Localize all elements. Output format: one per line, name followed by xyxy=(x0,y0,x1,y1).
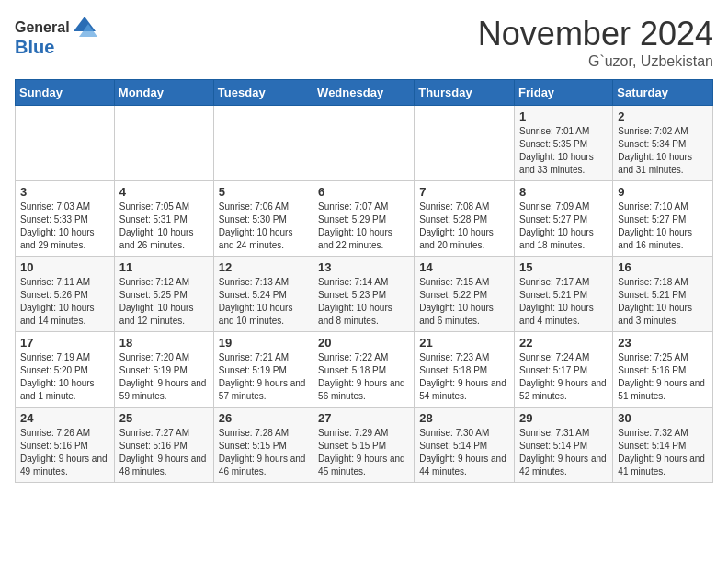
day-cell: 30Sunrise: 7:32 AM Sunset: 5:14 PM Dayli… xyxy=(613,408,713,483)
day-info: Sunrise: 7:31 AM Sunset: 5:14 PM Dayligh… xyxy=(519,427,608,478)
day-info: Sunrise: 7:18 AM Sunset: 5:21 PM Dayligh… xyxy=(618,276,708,327)
day-cell: 24Sunrise: 7:26 AM Sunset: 5:16 PM Dayli… xyxy=(16,408,115,483)
day-cell: 26Sunrise: 7:28 AM Sunset: 5:15 PM Dayli… xyxy=(213,408,313,483)
header: General Blue November 2024 G`uzor, Uzbek… xyxy=(15,15,713,70)
col-header-sunday: Sunday xyxy=(16,80,115,106)
day-info: Sunrise: 7:10 AM Sunset: 5:27 PM Dayligh… xyxy=(618,201,708,252)
day-cell: 22Sunrise: 7:24 AM Sunset: 5:17 PM Dayli… xyxy=(515,332,613,408)
day-cell: 15Sunrise: 7:17 AM Sunset: 5:21 PM Dayli… xyxy=(515,257,613,332)
day-number: 10 xyxy=(20,260,109,274)
day-cell: 9Sunrise: 7:10 AM Sunset: 5:27 PM Daylig… xyxy=(613,181,713,257)
day-cell: 16Sunrise: 7:18 AM Sunset: 5:21 PM Dayli… xyxy=(613,257,713,332)
logo-icon xyxy=(72,15,97,40)
day-cell: 23Sunrise: 7:25 AM Sunset: 5:16 PM Dayli… xyxy=(613,332,713,408)
day-cell: 17Sunrise: 7:19 AM Sunset: 5:20 PM Dayli… xyxy=(16,332,115,408)
day-info: Sunrise: 7:21 AM Sunset: 5:19 PM Dayligh… xyxy=(219,351,308,403)
day-info: Sunrise: 7:13 AM Sunset: 5:24 PM Dayligh… xyxy=(219,276,308,327)
day-cell: 25Sunrise: 7:27 AM Sunset: 5:16 PM Dayli… xyxy=(114,408,213,483)
day-cell: 14Sunrise: 7:15 AM Sunset: 5:22 PM Dayli… xyxy=(415,257,515,332)
day-info: Sunrise: 7:07 AM Sunset: 5:29 PM Dayligh… xyxy=(318,201,409,252)
col-header-thursday: Thursday xyxy=(415,80,515,106)
col-header-monday: Monday xyxy=(114,80,213,106)
day-number: 26 xyxy=(219,411,308,425)
day-info: Sunrise: 7:20 AM Sunset: 5:19 PM Dayligh… xyxy=(119,351,209,403)
day-number: 18 xyxy=(119,336,209,350)
day-cell: 8Sunrise: 7:09 AM Sunset: 5:27 PM Daylig… xyxy=(515,181,613,257)
day-number: 21 xyxy=(419,336,509,350)
day-number: 17 xyxy=(20,336,109,350)
title-location: G`uzor, Uzbekistan xyxy=(478,53,713,70)
day-cell: 4Sunrise: 7:05 AM Sunset: 5:31 PM Daylig… xyxy=(114,181,213,257)
day-info: Sunrise: 7:12 AM Sunset: 5:25 PM Dayligh… xyxy=(119,276,209,327)
day-number: 9 xyxy=(618,185,708,199)
day-cell: 2Sunrise: 7:02 AM Sunset: 5:34 PM Daylig… xyxy=(613,106,713,181)
day-info: Sunrise: 7:25 AM Sunset: 5:16 PM Dayligh… xyxy=(618,351,708,403)
day-info: Sunrise: 7:08 AM Sunset: 5:28 PM Dayligh… xyxy=(419,201,509,252)
day-info: Sunrise: 7:22 AM Sunset: 5:18 PM Dayligh… xyxy=(318,351,409,403)
week-row-3: 17Sunrise: 7:19 AM Sunset: 5:20 PM Dayli… xyxy=(16,332,713,408)
day-cell: 19Sunrise: 7:21 AM Sunset: 5:19 PM Dayli… xyxy=(213,332,313,408)
day-number: 22 xyxy=(519,336,608,350)
day-number: 20 xyxy=(318,336,409,350)
day-number: 12 xyxy=(219,260,308,274)
logo: General Blue xyxy=(15,15,97,58)
day-number: 1 xyxy=(519,109,608,123)
day-info: Sunrise: 7:19 AM Sunset: 5:20 PM Dayligh… xyxy=(20,351,109,403)
day-info: Sunrise: 7:26 AM Sunset: 5:16 PM Dayligh… xyxy=(20,427,109,478)
day-cell: 27Sunrise: 7:29 AM Sunset: 5:15 PM Dayli… xyxy=(313,408,415,483)
day-info: Sunrise: 7:15 AM Sunset: 5:22 PM Dayligh… xyxy=(419,276,509,327)
title-month: November 2024 xyxy=(478,15,713,53)
day-cell xyxy=(16,106,115,181)
day-info: Sunrise: 7:32 AM Sunset: 5:14 PM Dayligh… xyxy=(618,427,708,478)
col-header-tuesday: Tuesday xyxy=(213,80,313,106)
day-info: Sunrise: 7:11 AM Sunset: 5:26 PM Dayligh… xyxy=(20,276,109,327)
day-number: 25 xyxy=(119,411,209,425)
day-number: 30 xyxy=(618,411,708,425)
day-cell: 29Sunrise: 7:31 AM Sunset: 5:14 PM Dayli… xyxy=(515,408,613,483)
week-row-0: 1Sunrise: 7:01 AM Sunset: 5:35 PM Daylig… xyxy=(16,106,713,181)
col-header-saturday: Saturday xyxy=(613,80,713,106)
day-info: Sunrise: 7:09 AM Sunset: 5:27 PM Dayligh… xyxy=(519,201,608,252)
day-cell: 12Sunrise: 7:13 AM Sunset: 5:24 PM Dayli… xyxy=(213,257,313,332)
col-header-friday: Friday xyxy=(515,80,613,106)
day-cell: 21Sunrise: 7:23 AM Sunset: 5:18 PM Dayli… xyxy=(415,332,515,408)
day-number: 4 xyxy=(119,185,209,199)
calendar-header-row: SundayMondayTuesdayWednesdayThursdayFrid… xyxy=(16,80,713,106)
page: General Blue November 2024 G`uzor, Uzbek… xyxy=(0,0,728,563)
day-cell: 20Sunrise: 7:22 AM Sunset: 5:18 PM Dayli… xyxy=(313,332,415,408)
week-row-2: 10Sunrise: 7:11 AM Sunset: 5:26 PM Dayli… xyxy=(16,257,713,332)
day-number: 19 xyxy=(219,336,308,350)
day-number: 6 xyxy=(318,185,409,199)
day-number: 14 xyxy=(419,260,509,274)
day-info: Sunrise: 7:14 AM Sunset: 5:23 PM Dayligh… xyxy=(318,276,409,327)
day-number: 13 xyxy=(318,260,409,274)
day-number: 28 xyxy=(419,411,509,425)
day-cell xyxy=(114,106,213,181)
day-cell: 18Sunrise: 7:20 AM Sunset: 5:19 PM Dayli… xyxy=(114,332,213,408)
day-cell: 6Sunrise: 7:07 AM Sunset: 5:29 PM Daylig… xyxy=(313,181,415,257)
day-info: Sunrise: 7:02 AM Sunset: 5:34 PM Dayligh… xyxy=(618,125,708,177)
day-number: 8 xyxy=(519,185,608,199)
day-info: Sunrise: 7:29 AM Sunset: 5:15 PM Dayligh… xyxy=(318,427,409,478)
day-cell xyxy=(213,106,313,181)
day-number: 3 xyxy=(20,185,109,199)
day-info: Sunrise: 7:05 AM Sunset: 5:31 PM Dayligh… xyxy=(119,201,209,252)
day-number: 15 xyxy=(519,260,608,274)
logo-general-text: General xyxy=(15,19,70,36)
day-info: Sunrise: 7:06 AM Sunset: 5:30 PM Dayligh… xyxy=(219,201,308,252)
title-block: November 2024 G`uzor, Uzbekistan xyxy=(478,15,713,70)
day-cell: 28Sunrise: 7:30 AM Sunset: 5:14 PM Dayli… xyxy=(415,408,515,483)
day-number: 5 xyxy=(219,185,308,199)
day-cell: 10Sunrise: 7:11 AM Sunset: 5:26 PM Dayli… xyxy=(16,257,115,332)
day-number: 29 xyxy=(519,411,608,425)
day-cell: 7Sunrise: 7:08 AM Sunset: 5:28 PM Daylig… xyxy=(415,181,515,257)
day-number: 23 xyxy=(618,336,708,350)
day-cell: 5Sunrise: 7:06 AM Sunset: 5:30 PM Daylig… xyxy=(213,181,313,257)
day-info: Sunrise: 7:17 AM Sunset: 5:21 PM Dayligh… xyxy=(519,276,608,327)
day-number: 27 xyxy=(318,411,409,425)
day-cell: 1Sunrise: 7:01 AM Sunset: 5:35 PM Daylig… xyxy=(515,106,613,181)
day-cell: 3Sunrise: 7:03 AM Sunset: 5:33 PM Daylig… xyxy=(16,181,115,257)
day-info: Sunrise: 7:23 AM Sunset: 5:18 PM Dayligh… xyxy=(419,351,509,403)
calendar-table: SundayMondayTuesdayWednesdayThursdayFrid… xyxy=(15,79,713,483)
day-info: Sunrise: 7:28 AM Sunset: 5:15 PM Dayligh… xyxy=(219,427,308,478)
